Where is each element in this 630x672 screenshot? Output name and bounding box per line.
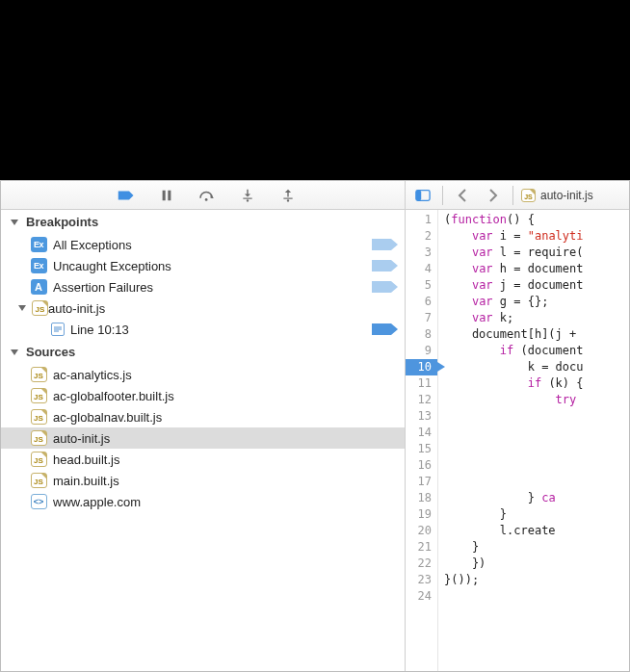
line-number[interactable]: 12: [406, 392, 437, 408]
toggle-sidebar-icon[interactable]: [411, 185, 434, 206]
step-over-icon[interactable]: [197, 186, 217, 205]
line-number[interactable]: 7: [406, 310, 437, 326]
code-line[interactable]: (function() {: [444, 212, 629, 228]
debugger-sidebar: Breakpoints ExAll ExceptionsExUncaught E…: [1, 181, 406, 671]
line-number[interactable]: 10: [406, 359, 437, 375]
breakpoint-tag-icon[interactable]: [372, 280, 399, 294]
js-file-icon: JS: [31, 473, 47, 488]
js-file-icon: JS: [32, 300, 48, 316]
source-row[interactable]: <>www.apple.com: [1, 491, 405, 512]
code-line[interactable]: }): [444, 556, 629, 572]
code-content[interactable]: (function() { var i = "analyti var l = r…: [438, 210, 629, 671]
breakpoint-file-header[interactable]: JS auto-init.js: [1, 297, 405, 319]
breakpoint-label: Uncaught Exceptions: [53, 259, 399, 273]
step-out-icon[interactable]: [278, 186, 298, 205]
code-area[interactable]: 123456789101112131415161718192021222324 …: [406, 210, 629, 671]
source-row[interactable]: JSauto-init.js: [1, 427, 405, 449]
code-line[interactable]: [444, 441, 629, 457]
line-number[interactable]: 18: [406, 490, 437, 506]
line-number[interactable]: 3: [406, 245, 437, 261]
code-line[interactable]: l.create: [444, 523, 629, 539]
line-number[interactable]: 5: [406, 277, 437, 294]
code-line[interactable]: [444, 588, 629, 605]
sources-section-header[interactable]: Sources: [1, 340, 405, 364]
source-label: ac-globalnav.built.js: [53, 410, 399, 425]
breakpoint-row[interactable]: ExAll Exceptions: [1, 234, 405, 255]
editor-file-crumb[interactable]: JS auto-init.js: [521, 189, 593, 202]
disclosure-triangle-icon[interactable]: [9, 347, 20, 358]
line-number[interactable]: 23: [406, 572, 437, 588]
line-number[interactable]: 8: [406, 326, 437, 343]
line-number[interactable]: 1: [406, 212, 437, 228]
editor-toolbar: JS auto-init.js: [406, 181, 629, 210]
code-line[interactable]: } ca: [444, 490, 629, 506]
js-file-icon: JS: [521, 189, 536, 202]
code-line[interactable]: var j = document: [444, 277, 629, 294]
line-number[interactable]: 11: [406, 375, 437, 392]
svg-rect-13: [416, 190, 421, 200]
breakpoint-row[interactable]: AAssertion Failures: [1, 276, 405, 297]
code-line[interactable]: }: [444, 539, 629, 556]
code-line[interactable]: var l = require(: [444, 245, 629, 261]
code-line[interactable]: try: [444, 392, 629, 408]
pause-icon[interactable]: [157, 186, 176, 205]
line-number[interactable]: 2: [406, 228, 437, 245]
line-number[interactable]: 20: [406, 523, 437, 539]
code-line[interactable]: var h = document: [444, 261, 629, 277]
toolbar-separator: [512, 186, 513, 205]
line-number[interactable]: 22: [406, 556, 437, 572]
code-line[interactable]: if (k) {: [444, 375, 629, 392]
svg-rect-0: [163, 190, 166, 200]
source-row[interactable]: JSac-globalfooter.built.js: [1, 385, 405, 406]
line-gutter[interactable]: 123456789101112131415161718192021222324: [406, 210, 438, 671]
disclosure-triangle-icon[interactable]: [16, 302, 28, 314]
code-line[interactable]: [444, 425, 629, 441]
line-marker-icon: [51, 323, 65, 336]
source-row[interactable]: JSmain.built.js: [1, 470, 405, 491]
breakpoint-tag-icon[interactable]: [372, 259, 399, 272]
line-number[interactable]: 6: [406, 294, 437, 310]
line-number[interactable]: 24: [406, 588, 437, 605]
code-line[interactable]: [444, 474, 629, 490]
toolbar-separator: [442, 186, 443, 205]
svg-point-5: [247, 199, 249, 201]
source-label: head.built.js: [53, 452, 399, 467]
sources-header-label: Sources: [26, 345, 75, 359]
code-line[interactable]: document[h](j +: [444, 326, 629, 343]
svg-point-2: [205, 197, 208, 200]
nav-back-icon[interactable]: [451, 185, 474, 206]
line-number[interactable]: 4: [406, 261, 437, 277]
line-number[interactable]: 19: [406, 506, 437, 523]
code-line[interactable]: var i = "analyti: [444, 228, 629, 245]
line-number[interactable]: 17: [406, 474, 437, 490]
line-number[interactable]: 13: [406, 408, 437, 425]
step-into-icon[interactable]: [238, 186, 257, 205]
code-line[interactable]: }());: [444, 572, 629, 588]
disclosure-triangle-icon[interactable]: [9, 217, 20, 228]
breakpoint-row[interactable]: ExUncaught Exceptions: [1, 255, 405, 276]
window-frame: Breakpoints ExAll ExceptionsExUncaught E…: [0, 180, 630, 672]
line-number[interactable]: 21: [406, 539, 437, 556]
breakpoint-line-row[interactable]: Line 10:13: [1, 319, 405, 340]
code-line[interactable]: var g = {};: [444, 294, 629, 310]
exception-icon: Ex: [31, 258, 47, 273]
code-line[interactable]: if (document: [444, 343, 629, 359]
source-row[interactable]: JShead.built.js: [1, 449, 405, 470]
breakpoints-section-header[interactable]: Breakpoints: [1, 210, 405, 234]
line-number[interactable]: 16: [406, 457, 437, 474]
breakpoint-tag-icon[interactable]: [372, 238, 399, 251]
code-line[interactable]: [444, 457, 629, 474]
code-line[interactable]: }: [444, 506, 629, 523]
breakpoint-toggle-icon[interactable]: [117, 186, 136, 205]
breakpoint-tag-icon[interactable]: [372, 323, 399, 336]
line-number[interactable]: 15: [406, 441, 437, 457]
code-line[interactable]: k = docu: [444, 359, 629, 375]
line-number[interactable]: 14: [406, 425, 437, 441]
code-line[interactable]: [444, 408, 629, 425]
source-row[interactable]: JSac-globalnav.built.js: [1, 406, 405, 427]
code-line[interactable]: var k;: [444, 310, 629, 326]
nav-forward-icon[interactable]: [482, 185, 505, 206]
line-number[interactable]: 9: [406, 343, 437, 359]
breakpoint-file-name: auto-init.js: [48, 301, 399, 316]
source-row[interactable]: JSac-analytics.js: [1, 364, 405, 385]
